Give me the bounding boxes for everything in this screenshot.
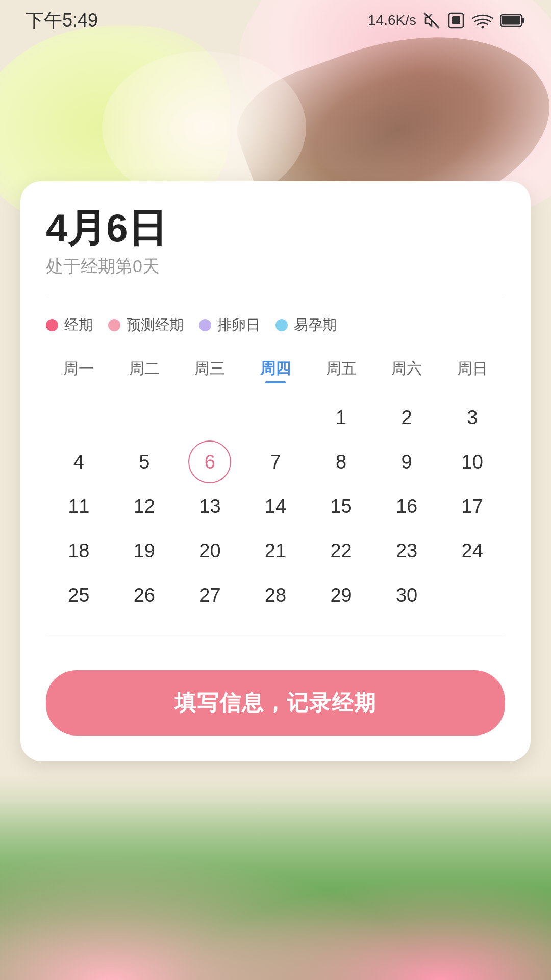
calendar: 周一 周二 周三 周四 周五 周六 周日 1234567891011121314…: [46, 353, 505, 615]
legend-item-period: 经期: [46, 315, 93, 335]
legend-item-ovulation: 排卵日: [199, 315, 260, 335]
calendar-day-15[interactable]: 15: [308, 487, 374, 526]
calendar-day-5[interactable]: 5: [112, 443, 178, 481]
calendar-day-14[interactable]: 14: [243, 487, 309, 526]
status-icons: 14.6K/s: [368, 11, 525, 30]
calendar-day-12[interactable]: 12: [112, 487, 178, 526]
legend-item-fertile: 易孕期: [276, 315, 337, 335]
calendar-day-19[interactable]: 19: [112, 532, 178, 570]
calendar-day-27[interactable]: 27: [177, 576, 243, 615]
divider-bottom: [46, 633, 505, 633]
calendar-day-17[interactable]: 17: [439, 487, 505, 526]
status-bar: 下午5:49 14.6K/s: [0, 0, 551, 41]
calendar-day-13[interactable]: 13: [177, 487, 243, 526]
calendar-day-6[interactable]: 6: [177, 443, 243, 481]
calendar-day-empty-0[interactable]: [46, 399, 112, 437]
svg-rect-6: [502, 16, 520, 25]
card-subtitle: 处于经期第0天: [46, 255, 505, 278]
status-time: 下午5:49: [26, 8, 98, 33]
divider-top: [46, 297, 505, 297]
legend-item-predicted: 预测经期: [108, 315, 184, 335]
svg-rect-5: [522, 18, 524, 23]
cta-button[interactable]: 填写信息，记录经期: [46, 670, 505, 736]
calendar-day-30[interactable]: 30: [374, 576, 440, 615]
calendar-day-10[interactable]: 10: [439, 443, 505, 481]
legend-label-ovulation: 排卵日: [217, 315, 260, 335]
weekday-thu: 周四: [243, 353, 309, 388]
calendar-day-empty-1[interactable]: [112, 399, 178, 437]
calendar-day-empty-3[interactable]: [243, 399, 309, 437]
weekday-mon: 周一: [46, 353, 112, 388]
calendar-day-9[interactable]: 9: [374, 443, 440, 481]
calendar-day-26[interactable]: 26: [112, 576, 178, 615]
calendar-day-3[interactable]: 3: [439, 399, 505, 437]
legend-dot-predicted: [108, 319, 120, 331]
weekday-wed: 周三: [177, 353, 243, 388]
legend-label-fertile: 易孕期: [294, 315, 337, 335]
calendar-day-7[interactable]: 7: [243, 443, 309, 481]
weekday-tue: 周二: [112, 353, 178, 388]
calendar-day-23[interactable]: 23: [374, 532, 440, 570]
sim-icon: [447, 11, 465, 30]
legend-dot-period: [46, 319, 58, 331]
calendar-day-28[interactable]: 28: [243, 576, 309, 615]
calendar-day-empty-34[interactable]: [439, 576, 505, 615]
mute-icon: [422, 11, 441, 30]
calendar-grid: 1234567891011121314151617181920212223242…: [46, 399, 505, 615]
calendar-day-29[interactable]: 29: [308, 576, 374, 615]
legend-dot-fertile: [276, 319, 288, 331]
calendar-day-8[interactable]: 8: [308, 443, 374, 481]
calendar-day-empty-2[interactable]: [177, 399, 243, 437]
network-speed: 14.6K/s: [368, 12, 416, 29]
card-date: 4月6日: [46, 207, 505, 250]
weekday-sat: 周六: [374, 353, 440, 388]
svg-point-3: [482, 26, 484, 29]
weekday-fri: 周五: [308, 353, 374, 388]
legend-label-predicted: 预测经期: [127, 315, 184, 335]
legend-label-period: 经期: [64, 315, 93, 335]
calendar-day-11[interactable]: 11: [46, 487, 112, 526]
calendar-day-4[interactable]: 4: [46, 443, 112, 481]
calendar-day-24[interactable]: 24: [439, 532, 505, 570]
weekday-headers: 周一 周二 周三 周四 周五 周六 周日: [46, 353, 505, 388]
main-card: 4月6日 处于经期第0天 经期 预测经期 排卵日 易孕期 周一 周二 周三 周四…: [20, 181, 531, 761]
calendar-day-22[interactable]: 22: [308, 532, 374, 570]
calendar-day-1[interactable]: 1: [308, 399, 374, 437]
battery-icon: [500, 13, 525, 28]
legend: 经期 预测经期 排卵日 易孕期: [46, 315, 505, 335]
calendar-day-16[interactable]: 16: [374, 487, 440, 526]
wifi-icon: [471, 11, 494, 30]
calendar-day-25[interactable]: 25: [46, 576, 112, 615]
calendar-day-20[interactable]: 20: [177, 532, 243, 570]
legend-dot-ovulation: [199, 319, 211, 331]
weekday-sun: 周日: [439, 353, 505, 388]
calendar-day-18[interactable]: 18: [46, 532, 112, 570]
calendar-day-21[interactable]: 21: [243, 532, 309, 570]
calendar-day-2[interactable]: 2: [374, 399, 440, 437]
svg-rect-2: [452, 16, 460, 24]
